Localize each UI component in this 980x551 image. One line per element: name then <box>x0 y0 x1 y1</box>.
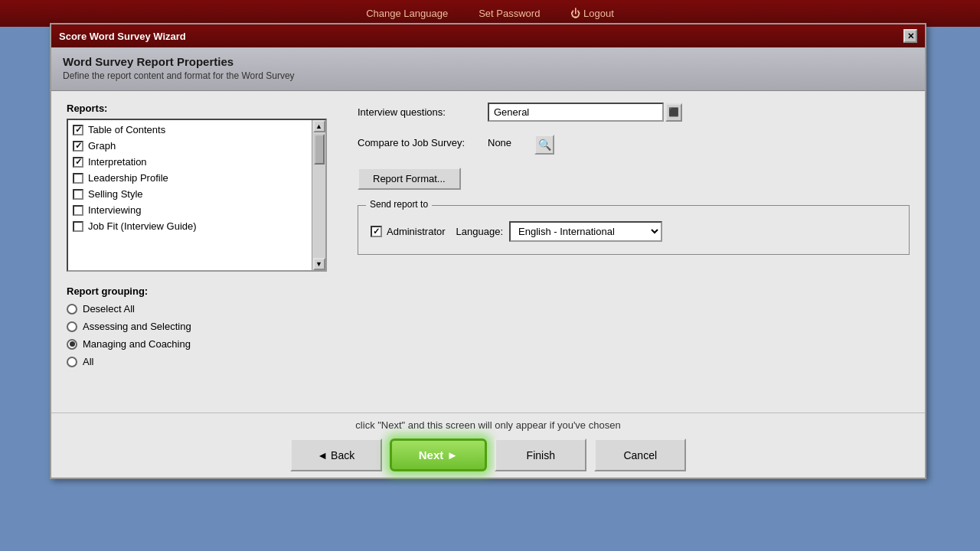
list-item-label: Table of Contents <box>88 124 165 135</box>
dialog-bottom: click "Next" and this screen will only a… <box>51 412 925 478</box>
compare-to-job-row: Compare to Job Survey: None 🔍 <box>358 131 910 155</box>
radio-button[interactable] <box>67 357 77 367</box>
dialog-title: Score Word Survey Wizard <box>59 31 186 42</box>
send-report-row: Administrator Language: English - Intern… <box>371 221 897 242</box>
list-item-label: Job Fit (Interview Guide) <box>88 220 197 232</box>
list-item[interactable]: Table of Contents <box>70 122 310 138</box>
reports-listbox: Table of ContentsGraphInterpretationLead… <box>67 119 327 272</box>
send-report-legend: Send report to <box>366 199 432 210</box>
list-item[interactable]: Leadership Profile <box>70 170 310 186</box>
list-item-checkbox[interactable] <box>73 141 83 152</box>
list-item-label: Graph <box>88 140 116 152</box>
compare-to-job-label: Compare to Job Survey: <box>358 137 480 148</box>
hint-text: click "Next" and this screen will only a… <box>67 419 910 431</box>
radio-label: Deselect All <box>83 303 135 315</box>
dialog-header: Word Survey Report Properties Define the… <box>51 47 925 91</box>
logout-link[interactable]: ⏻ Logout <box>570 8 613 19</box>
close-button[interactable]: ✕ <box>903 29 917 43</box>
radio-item[interactable]: All <box>67 356 342 367</box>
dialog-header-title: Word Survey Report Properties <box>63 55 913 68</box>
dialog-body: Reports: Table of ContentsGraphInterpret… <box>51 91 925 412</box>
list-item-checkbox[interactable] <box>73 157 83 168</box>
left-panel: Reports: Table of ContentsGraphInterpret… <box>67 103 342 401</box>
scrollbar[interactable]: ▲ ▼ <box>312 120 325 270</box>
scroll-up-arrow[interactable]: ▲ <box>313 120 325 132</box>
language-row: Language: English - InternationalSpanish… <box>456 221 662 242</box>
admin-checkbox-row: Administrator <box>371 226 446 237</box>
finish-button[interactable]: Finish <box>495 439 586 471</box>
interview-questions-input-box: General ⬛ <box>488 103 682 122</box>
send-report-group: Send report to Administrator Language: E… <box>358 205 910 255</box>
dialog-header-subtitle: Define the report content and format for… <box>63 70 913 81</box>
scroll-thumb[interactable] <box>314 134 325 165</box>
list-item[interactable]: Job Fit (Interview Guide) <box>70 218 310 234</box>
right-panel: Interview questions: General ⬛ Compare t… <box>358 103 910 401</box>
administrator-label: Administrator <box>387 226 446 237</box>
change-language-link[interactable]: Change Language <box>366 8 448 19</box>
language-label: Language: <box>456 226 503 237</box>
radio-label: Managing and Coaching <box>83 338 191 350</box>
list-item-label: Interpretation <box>88 156 147 168</box>
power-icon: ⏻ <box>570 8 580 19</box>
list-item-checkbox[interactable] <box>73 125 83 135</box>
interview-questions-label: Interview questions: <box>358 106 480 118</box>
set-password-link[interactable]: Set Password <box>479 8 540 19</box>
compare-to-job-value: None <box>488 137 511 148</box>
list-item-checkbox[interactable] <box>73 173 83 184</box>
reports-list: Table of ContentsGraphInterpretationLead… <box>68 120 312 270</box>
list-item[interactable]: Interpretation <box>70 154 310 170</box>
list-item-label: Leadership Profile <box>88 172 168 184</box>
dialog-titlebar: Score Word Survey Wizard ✕ <box>51 24 925 47</box>
radio-button[interactable] <box>67 321 77 332</box>
search-button[interactable]: 🔍 <box>534 135 554 155</box>
radio-button[interactable] <box>67 304 77 315</box>
radio-label: Assessing and Selecting <box>83 321 191 332</box>
cancel-button[interactable]: Cancel <box>594 439 686 471</box>
list-item-checkbox[interactable] <box>73 221 83 232</box>
list-item-checkbox[interactable] <box>73 189 83 200</box>
radio-item[interactable]: Managing and Coaching <box>67 338 342 350</box>
list-item[interactable]: Selling Style <box>70 186 310 202</box>
back-button[interactable]: ◄ Back <box>290 439 382 471</box>
report-grouping-label: Report grouping: <box>67 285 342 297</box>
interview-questions-row: Interview questions: General ⬛ <box>358 103 910 122</box>
radio-item[interactable]: Deselect All <box>67 303 342 315</box>
radio-label: All <box>83 356 93 367</box>
scroll-down-arrow[interactable]: ▼ <box>313 258 325 270</box>
list-item-label: Selling Style <box>88 188 143 200</box>
administrator-checkbox[interactable] <box>371 226 382 237</box>
interview-questions-btn[interactable]: ⬛ <box>665 103 682 122</box>
button-row: ◄ Back Next ► Finish Cancel <box>67 439 910 471</box>
next-button[interactable]: Next ► <box>390 439 488 471</box>
list-item[interactable]: Interviewing <box>70 202 310 218</box>
list-item[interactable]: Graph <box>70 138 310 154</box>
list-item-checkbox[interactable] <box>73 205 83 216</box>
interview-questions-field[interactable]: General <box>488 103 664 122</box>
language-select[interactable]: English - InternationalSpanishFrenchGerm… <box>509 221 662 242</box>
report-grouping-section: Report grouping: Deselect AllAssessing a… <box>67 285 342 367</box>
radio-button[interactable] <box>67 339 77 350</box>
reports-label: Reports: <box>67 103 342 114</box>
report-format-button[interactable]: Report Format... <box>358 168 461 190</box>
list-item-label: Interviewing <box>88 204 141 216</box>
score-word-survey-dialog: Score Word Survey Wizard ✕ Word Survey R… <box>50 23 926 479</box>
radio-item[interactable]: Assessing and Selecting <box>67 321 342 332</box>
